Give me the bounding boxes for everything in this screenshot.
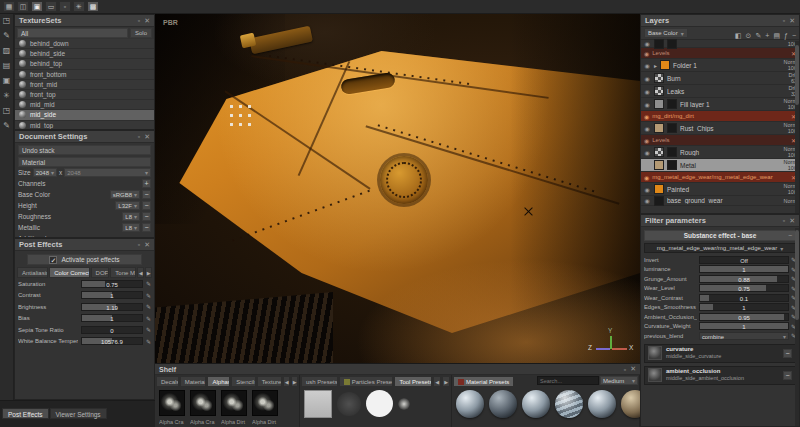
param-slider[interactable]: 0.75 xyxy=(81,280,143,288)
edit-pencil-icon[interactable]: ✎ xyxy=(146,292,151,299)
detach-icon[interactable]: ▫ xyxy=(138,241,140,248)
param-slider[interactable]: 1 xyxy=(81,314,143,322)
axis-gizmo[interactable]: Y X Z xyxy=(588,330,634,362)
texture-set-row[interactable]: mid_side xyxy=(15,110,154,120)
layer-row[interactable]: ◉PaintedNorm100 xyxy=(641,183,799,196)
channel-format-select[interactable]: L32F▾ xyxy=(115,201,140,210)
preset-tabs-left-icon[interactable]: ◀ xyxy=(433,376,441,387)
tab-material-presets[interactable]: Material Presets xyxy=(453,376,514,387)
remove-channel-button[interactable]: − xyxy=(142,201,151,210)
material-sphere-bolted[interactable] xyxy=(489,390,517,418)
soft-brush-preset[interactable] xyxy=(337,392,361,416)
layer-visibility-icon[interactable]: ◉ xyxy=(643,125,651,132)
layers-scrollbar[interactable] xyxy=(795,41,799,213)
alpha-thumbnail[interactable] xyxy=(252,390,278,416)
dock-tab-viewer-settings[interactable]: Viewer Settings xyxy=(50,408,107,419)
remove-channel-button[interactable]: − xyxy=(142,190,151,199)
edit-pencil-icon[interactable]: ✎ xyxy=(146,326,151,333)
detach-icon[interactable]: ▫ xyxy=(624,366,626,373)
detach-icon[interactable]: ▫ xyxy=(138,133,140,140)
dock-tab-post-effects[interactable]: Post Effects xyxy=(2,408,49,419)
detach-icon[interactable]: ▫ xyxy=(783,217,785,224)
size-width-select[interactable]: 2048▾ xyxy=(33,168,57,177)
layer-mode-icon[interactable]: ◧ xyxy=(735,32,742,39)
alpha-thumbnail[interactable] xyxy=(159,390,185,416)
alpha-item[interactable]: Alpha Cra xyxy=(190,390,216,425)
texture-set-row[interactable]: behind_side xyxy=(15,49,154,59)
material-sphere-striped[interactable] xyxy=(555,390,583,418)
texture-set-row[interactable]: front_mid xyxy=(15,80,154,90)
filter-parameters-scrollbar[interactable] xyxy=(795,228,799,426)
tab-particles-presets[interactable]: Particles Presets xyxy=(339,376,394,387)
add-channel-button[interactable]: + xyxy=(142,179,151,188)
layer-visibility-icon[interactable]: ◉ xyxy=(643,197,651,204)
material-sphere-steel[interactable] xyxy=(456,390,484,418)
layer-row[interactable]: ◉RoughNorm100 xyxy=(641,146,799,159)
tabs-scroll-left-icon[interactable]: ◀ xyxy=(137,267,144,278)
effect-row[interactable]: ◉Levels✕ xyxy=(641,48,799,59)
layer-folder-row[interactable]: ◉▸Folder 1Norm100 xyxy=(641,59,799,72)
layer-visibility-icon[interactable]: ◉ xyxy=(643,40,651,47)
detach-icon[interactable]: ▫ xyxy=(783,17,785,24)
edit-pencil-icon[interactable]: ✎ xyxy=(146,338,151,345)
edit-pencil-icon[interactable]: ✎ xyxy=(146,315,151,322)
param-slider[interactable]: 1 xyxy=(699,303,789,311)
shelf-tab-alphas[interactable]: Alphas xyxy=(207,376,230,387)
param-slider[interactable]: 1 xyxy=(81,291,143,299)
material-section[interactable]: Material xyxy=(18,157,151,167)
tab-ush-presets[interactable]: ush Presets xyxy=(301,376,338,387)
param-slider[interactable]: 0.75 xyxy=(699,284,789,292)
channel-select[interactable]: Base Color▾ xyxy=(644,28,688,38)
layer-visibility-icon[interactable]: ◉ xyxy=(643,162,651,169)
alpha-item[interactable]: Alpha Cra xyxy=(159,390,185,425)
effect-row[interactable]: ◉mg_metal_edge_wear/mg_metal_edge_wear✕ xyxy=(641,172,799,183)
layer-row[interactable]: ◉BurnDrk63 xyxy=(641,72,799,85)
projection-tool[interactable]: ▤ xyxy=(3,61,11,70)
layer-visibility-icon[interactable]: ◉ xyxy=(643,88,651,95)
material-sphere-steel[interactable] xyxy=(588,390,616,418)
dirt-brush-preset[interactable] xyxy=(398,398,410,410)
effect-eye-icon[interactable]: ◉ xyxy=(644,174,649,181)
viewport-3d-icon[interactable]: ▣ xyxy=(31,1,43,12)
mini-toggle-icon[interactable]: ▫ xyxy=(59,1,71,12)
effect-row[interactable]: ◉Levels✕ xyxy=(641,135,799,146)
param-slider[interactable]: 0.88 xyxy=(699,275,789,283)
paint-brush-tool[interactable]: ✎ xyxy=(3,31,10,40)
effect-eye-icon[interactable]: ◉ xyxy=(644,50,649,57)
edit-pencil-icon[interactable]: ✎ xyxy=(146,280,151,287)
tabs-scroll-right-icon[interactable]: ▶ xyxy=(145,267,152,278)
layer-visibility-icon[interactable]: ◉ xyxy=(643,186,651,193)
remove-input-icon[interactable]: − xyxy=(783,371,792,380)
viewport-2d-icon[interactable]: ▭ xyxy=(45,1,57,12)
effect-eye-icon[interactable]: ◉ xyxy=(644,113,649,120)
paint-layer-icon[interactable]: ✎ xyxy=(755,32,761,39)
activate-post-effects-toggle[interactable]: ✓ Activate post effects xyxy=(27,254,142,265)
detach-icon[interactable]: ▫ xyxy=(138,17,140,24)
collapse-icon[interactable]: − xyxy=(788,232,792,239)
remove-input-icon[interactable]: − xyxy=(783,349,792,358)
close-icon[interactable]: ✕ xyxy=(144,133,150,141)
channel-format-select[interactable]: L8▾ xyxy=(122,223,140,232)
shelf-tab-decals[interactable]: Decals xyxy=(156,376,179,387)
close-icon[interactable]: ✕ xyxy=(144,241,150,249)
param-slider[interactable]: 1 xyxy=(699,265,789,273)
layer-row[interactable]: ◉Rust_ChipsNorm100 xyxy=(641,122,799,135)
close-icon[interactable]: ✕ xyxy=(144,17,150,25)
shelf-tab-textures[interactable]: Textures xyxy=(257,376,283,387)
param-slider[interactable]: 0.1 xyxy=(699,294,789,302)
param-slider[interactable]: 10576.9 xyxy=(81,337,143,345)
layer-visibility-icon[interactable]: ◉ xyxy=(643,62,651,69)
checkbox-checked-icon[interactable]: ✓ xyxy=(49,256,57,264)
stamp-tool-preset[interactable] xyxy=(304,390,332,418)
param-select[interactable]: combine▾ xyxy=(699,332,789,340)
layer-row[interactable]: ◉Fill layer 1Norm100 xyxy=(641,98,799,111)
add-effect-icon[interactable]: ƒ xyxy=(784,32,788,39)
camera-render-icon[interactable]: ▩ xyxy=(87,1,99,12)
tab-tool-presets[interactable]: Tool Presets xyxy=(394,376,432,387)
param-slider[interactable]: 1.19 xyxy=(81,303,143,311)
tab-tone-ma[interactable]: Tone Ma xyxy=(110,267,136,278)
solo-button[interactable]: Solo xyxy=(130,28,152,38)
particles-icon[interactable]: ✳ xyxy=(73,1,85,12)
channel-format-select[interactable]: sRGB8▾ xyxy=(110,190,140,199)
shelf-tab-stencils[interactable]: Stencils xyxy=(231,376,256,387)
